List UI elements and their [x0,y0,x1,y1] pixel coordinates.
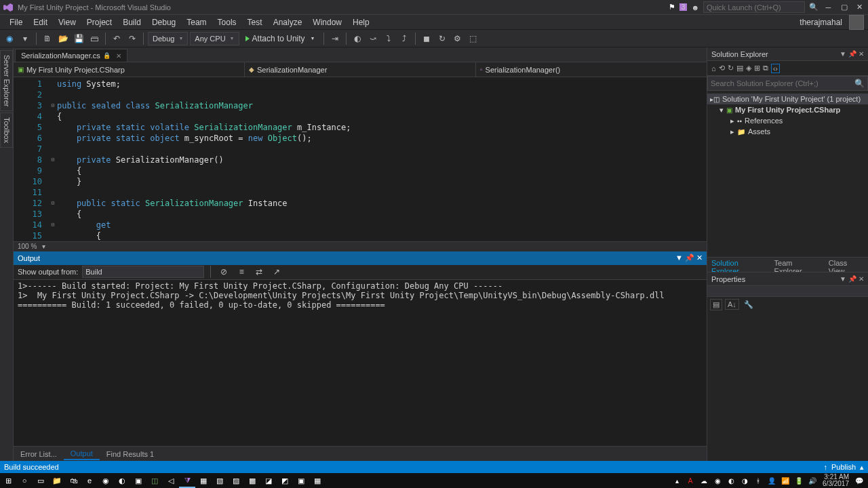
pin-icon[interactable]: 📌 [685,253,694,262]
notification-badge[interactable]: 3 [679,3,688,11]
search-icon[interactable]: 🔍 [809,3,818,12]
pin-icon[interactable]: 📌 [848,275,856,283]
breakpoint-icon[interactable]: ◐ [351,32,364,45]
vs-icon[interactable]: ⧩ [179,473,195,488]
close-icon[interactable]: ✕ [859,50,864,58]
wrap-icon[interactable]: ⇄ [252,265,266,279]
app12-icon[interactable]: ▦ [309,473,326,488]
alphabetical-icon[interactable]: A↓ [725,299,739,310]
explorer-icon[interactable]: 📁 [49,473,65,488]
dropdown-icon[interactable]: ▼ [675,253,683,262]
app9-icon[interactable]: ◪ [260,473,277,488]
attach-button[interactable]: Attach to Unity▼ [241,32,319,45]
app11-icon[interactable]: ▣ [293,473,309,488]
code-editor[interactable]: 1234567891011121314151617181920212223242… [14,77,707,241]
adobe-icon[interactable]: A [684,473,696,488]
new-file-icon[interactable]: 🗎 [41,32,54,45]
step-icon[interactable]: ⇥ [328,32,342,45]
tab-find-results[interactable]: Find Results 1 [100,449,161,460]
minimize-button[interactable]: ─ [823,1,834,13]
file-tab[interactable]: SerializationManager.cs 🔒 ✕ [15,49,127,62]
cortana-icon[interactable]: ○ [16,473,33,488]
volume-icon[interactable]: 🔊 [806,473,818,488]
app7-icon[interactable]: ▨ [228,473,244,488]
tab-error-list[interactable]: Error List... [14,449,64,460]
pin-icon[interactable]: 📌 [848,50,856,58]
battery-icon[interactable]: 🔋 [793,473,805,488]
signin-user[interactable]: therajmahal [800,18,842,27]
menu-edit[interactable]: Edit [28,16,53,28]
flag-icon[interactable]: ⚑ [669,3,675,12]
collapse-icon[interactable]: ▤ [736,64,743,73]
dropdown-icon[interactable]: ▼ [840,275,846,283]
step-over-icon[interactable]: ⤻ [366,32,380,45]
app3-icon[interactable]: ◫ [146,473,163,488]
project-node[interactable]: ▾▣My First Unity Project.CSharp [707,104,868,115]
assets-node[interactable]: ▸📁Assets [707,126,868,137]
chrome-icon[interactable]: ◐ [114,473,130,488]
debug2-icon[interactable]: ⬚ [467,32,480,45]
nav-project[interactable]: ▣My First Unity Project.CSharp [14,62,245,77]
solution-search[interactable]: 🔍 [707,76,868,91]
avatar-icon[interactable] [849,15,864,30]
restart-icon[interactable]: ↻ [435,32,449,45]
clear-icon[interactable]: ⊘ [217,265,231,279]
network-icon[interactable]: 📶 [779,473,791,488]
code-content[interactable]: using System; public sealed class Serial… [57,77,707,241]
menu-tools[interactable]: Tools [212,16,242,28]
tray-icon[interactable]: ▴ [671,473,683,488]
save-icon[interactable]: 💾 [72,32,85,45]
app4-icon[interactable]: ◁ [163,473,179,488]
tab-class-view[interactable]: Class View [825,258,868,272]
close-tab-icon[interactable]: ✕ [116,52,121,60]
start-icon[interactable]: ⊞ [0,473,16,488]
step-into-icon[interactable]: ⤵ [382,32,395,45]
bt-icon[interactable]: ᚼ [752,473,764,488]
app-icon[interactable]: ◉ [98,473,114,488]
home-icon[interactable]: ⌂ [711,64,716,73]
goto-icon[interactable]: ↗ [270,265,283,279]
zoom-display[interactable]: 100 %▾ [14,241,707,251]
server-explorer-tab[interactable]: Server Explorer [0,50,13,111]
menu-team[interactable]: Team [181,16,212,28]
nav-back-icon[interactable]: ◉ [3,32,16,45]
nav-class[interactable]: ◆SerializationManager [245,62,476,77]
refresh-icon[interactable]: ↻ [728,64,734,73]
open-file-icon[interactable]: 📂 [56,32,70,45]
toolbox-tab[interactable]: Toolbox [0,113,13,148]
props-page-icon[interactable]: 🔧 [742,300,755,310]
app5-icon[interactable]: ▦ [195,473,212,488]
close-button[interactable]: ✕ [854,1,865,13]
steam-icon[interactable]: ◉ [711,473,724,488]
view-code-icon[interactable]: ‹› [771,64,780,73]
feedback-icon[interactable]: ☻ [691,3,699,12]
platform-dropdown[interactable]: Any CPU [190,32,239,45]
maximize-button[interactable]: ▢ [838,1,850,13]
menu-view[interactable]: View [53,16,81,28]
debug-icon[interactable]: ⚙ [451,32,465,45]
menu-debug[interactable]: Debug [146,16,181,28]
dropdown-icon[interactable]: ▼ [840,50,846,58]
menu-help[interactable]: Help [347,16,375,28]
app2-icon[interactable]: ▣ [130,473,146,488]
config-dropdown[interactable]: Debug [148,32,188,45]
menu-project[interactable]: Project [81,16,117,28]
solution-search-input[interactable] [711,79,854,87]
notifications-icon[interactable]: 💬 [853,473,865,488]
menu-window[interactable]: Window [307,16,347,28]
store-icon[interactable]: 🛍 [65,473,81,488]
show-all-icon[interactable]: ◈ [746,64,751,73]
nvidia-icon[interactable]: ◑ [738,473,751,488]
publish-icon[interactable]: ↑ [823,463,827,471]
solution-node[interactable]: ▸◫Solution 'My First Unity Project' (1 p… [707,94,868,104]
save-all-icon[interactable]: 🗃 [87,32,101,45]
chevron-up-icon[interactable]: ▴ [860,463,864,472]
menu-build[interactable]: Build [117,16,146,28]
categorized-icon[interactable]: ▤ [710,299,722,310]
app6-icon[interactable]: ▧ [212,473,228,488]
quick-launch-input[interactable] [703,1,805,13]
close-panel-icon[interactable]: ✕ [696,253,703,262]
sync-icon[interactable]: ⟲ [719,64,725,73]
search-icon[interactable]: 🔍 [854,79,865,88]
preview-icon[interactable]: ⧉ [763,64,768,73]
